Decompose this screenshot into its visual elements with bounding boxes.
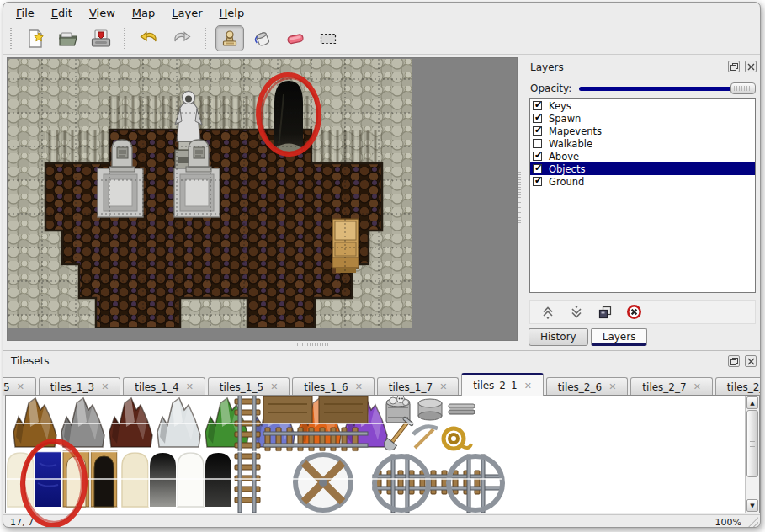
close-panel-button[interactable] <box>745 355 757 367</box>
layer-visibility-checkbox[interactable]: ✔ <box>533 101 542 110</box>
new-file-icon <box>24 28 46 50</box>
tab-close-icon[interactable]: ✕ <box>693 381 701 392</box>
tileset-scrollbar[interactable]: ▲ ▼ <box>745 396 759 513</box>
tab-history[interactable]: History <box>529 328 588 346</box>
layer-label: Ground <box>549 176 584 188</box>
menu-file[interactable]: File <box>8 4 43 22</box>
stamp-tool-icon <box>219 28 241 50</box>
tab-close-icon[interactable]: ✕ <box>186 381 194 392</box>
open-button[interactable] <box>54 25 82 51</box>
tombstone-object <box>186 140 211 172</box>
float-icon <box>730 63 738 71</box>
layer-row-walkable[interactable]: Walkable <box>530 137 755 150</box>
layer-label: Walkable <box>549 138 592 150</box>
float-icon <box>730 358 738 365</box>
scroll-up-button[interactable]: ▲ <box>746 396 758 409</box>
status-bar: 17, 7 100% <box>3 514 760 528</box>
tileset-tab-tiles-2-6[interactable]: tiles_2_6✕ <box>546 377 629 396</box>
layer-visibility-checkbox[interactable] <box>533 139 542 148</box>
tileset-tab-tiles-1-3[interactable]: tiles_1_3✕ <box>39 377 121 396</box>
close-panel-button[interactable] <box>745 61 757 72</box>
menu-layer[interactable]: Layer <box>163 4 210 22</box>
layer-list: ✔ Keys ✔ Spawn ✔ Mapevents Walkable ✔ Ab… <box>529 98 756 293</box>
scroll-down-button[interactable]: ▼ <box>746 499 758 512</box>
map-canvas[interactable] <box>8 59 412 328</box>
tileset-tab-tiles-2-8[interactable]: tiles_2_8✕ <box>715 377 761 396</box>
menu-help[interactable]: Help <box>211 4 253 22</box>
opacity-label: Opacity: <box>530 82 571 94</box>
tileset-tab-5[interactable]: 5✕ <box>3 377 36 396</box>
new-file-button[interactable] <box>21 25 50 51</box>
layer-visibility-checkbox[interactable]: ✔ <box>533 114 542 123</box>
layer-visibility-checkbox[interactable]: ✔ <box>533 152 542 161</box>
select-tool-button[interactable] <box>314 25 343 51</box>
fill-tool-button[interactable] <box>248 25 277 51</box>
tab-close-icon[interactable]: ✕ <box>524 380 532 391</box>
tab-close-icon[interactable]: ✕ <box>355 381 363 392</box>
tab-layers[interactable]: Layers <box>591 328 648 346</box>
tileset-tab-tiles-2-1[interactable]: tiles_2_1✕ <box>461 373 544 396</box>
tilesets-dock: Tilesets 5✕ tiles_1_3✕ tiles <box>3 350 761 514</box>
toolbar-grip[interactable] <box>9 28 13 50</box>
undo-button[interactable] <box>135 25 163 51</box>
tileset-tab-tiles-1-4[interactable]: tiles_1_4✕ <box>123 377 205 396</box>
toolbar-grip[interactable] <box>123 28 126 50</box>
menu-map[interactable]: Map <box>124 4 163 22</box>
cave-entrance-tile <box>274 81 303 152</box>
vertical-splitter[interactable] <box>518 172 521 224</box>
tab-close-icon[interactable]: ✕ <box>101 381 109 392</box>
layer-row-above[interactable]: ✔ Above <box>530 150 755 162</box>
tileset-tab-tiles-1-5[interactable]: tiles_1_5✕ <box>208 377 290 396</box>
layer-row-ground[interactable]: ✔ Ground <box>530 175 755 188</box>
tileset-canvas[interactable] <box>6 396 745 513</box>
tileset-content[interactable]: ▲ ▼ <box>5 395 760 513</box>
layer-visibility-checkbox[interactable]: ✔ <box>533 164 542 173</box>
move-up-icon <box>540 305 555 320</box>
move-layer-up-button[interactable] <box>539 303 557 322</box>
layer-label: Above <box>549 151 579 162</box>
duplicate-layer-button[interactable] <box>596 303 614 322</box>
tilesets-panel-title: Tilesets <box>11 355 50 367</box>
layers-dock: Layers Opacity: ✔ <box>524 56 760 350</box>
tab-close-icon[interactable]: ✕ <box>17 381 24 392</box>
fill-tool-icon <box>252 28 274 50</box>
eraser-tool-button[interactable] <box>281 25 310 51</box>
tab-close-icon[interactable]: ✕ <box>439 381 447 392</box>
menu-view[interactable]: View <box>81 4 124 22</box>
tile-coordinates: 17, 7 <box>10 517 34 528</box>
layer-visibility-checkbox[interactable]: ✔ <box>533 177 542 186</box>
layer-label: Spawn <box>549 113 581 125</box>
tab-close-icon[interactable]: ✕ <box>270 381 278 392</box>
layer-visibility-checkbox[interactable]: ✔ <box>533 126 542 136</box>
delete-layer-button[interactable] <box>624 303 643 322</box>
tab-close-icon[interactable]: ✕ <box>608 381 616 392</box>
layer-row-objects[interactable]: ✔ Objects <box>530 162 755 175</box>
save-button[interactable] <box>87 25 115 51</box>
menu-edit[interactable]: Edit <box>43 4 81 22</box>
tileset-tab-tiles-2-7[interactable]: tiles_2_7✕ <box>630 377 713 396</box>
save-icon <box>90 28 112 50</box>
opacity-slider-handle[interactable] <box>730 82 756 94</box>
map-view-panel[interactable] <box>7 57 518 341</box>
tileset-tab-tiles-1-6[interactable]: tiles_1_6✕ <box>292 377 375 396</box>
duplicate-icon <box>598 305 613 320</box>
opacity-slider[interactable] <box>579 82 756 95</box>
redo-button[interactable] <box>167 25 196 51</box>
horizontal-splitter[interactable] <box>297 343 329 346</box>
open-folder-icon <box>57 28 79 50</box>
layer-row-spawn[interactable]: ✔ Spawn <box>530 112 755 125</box>
float-panel-button[interactable] <box>728 61 740 72</box>
main-toolbar <box>3 23 760 55</box>
scrollbar-thumb[interactable] <box>746 410 758 477</box>
window-resize-grip[interactable] <box>748 517 758 527</box>
layer-row-keys[interactable]: ✔ Keys <box>530 99 755 112</box>
move-layer-down-button[interactable] <box>567 303 586 322</box>
float-panel-button[interactable] <box>728 355 740 367</box>
delete-icon <box>626 304 642 320</box>
turntable-tile[interactable] <box>295 455 351 510</box>
tileset-tab-tiles-1-7[interactable]: tiles_1_7✕ <box>377 377 460 396</box>
toolbar-grip[interactable] <box>204 28 207 50</box>
layer-row-mapevents[interactable]: ✔ Mapevents <box>530 125 755 137</box>
stamp-tool-button[interactable] <box>215 25 244 51</box>
layers-panel-title: Layers <box>530 61 564 73</box>
